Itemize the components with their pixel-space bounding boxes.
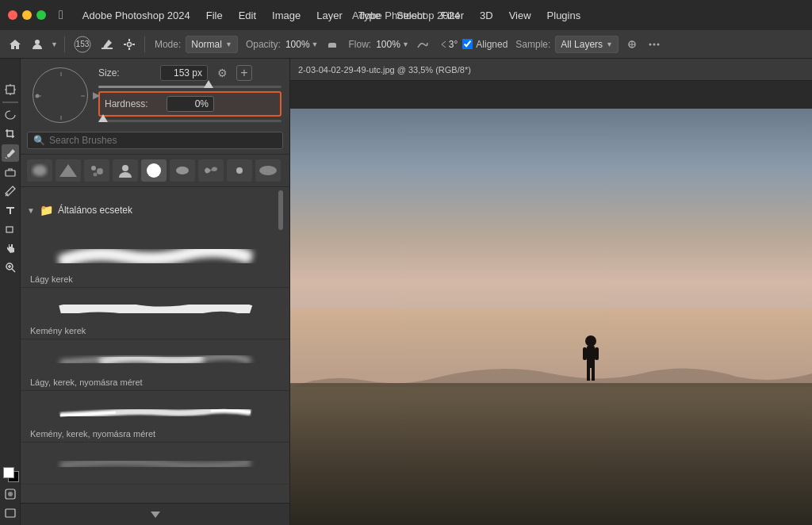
brush-size-display[interactable]: 153 [71, 36, 94, 53]
opacity-label: Opacity: [246, 39, 281, 50]
apple-icon[interactable]:  [59, 8, 63, 22]
menu-image[interactable]: Image [264, 6, 308, 25]
brush-panel-footer [21, 503, 289, 525]
brush-stroke-preview-kemeny [29, 293, 282, 324]
home-icon[interactable] [6, 36, 24, 53]
brush-type-small[interactable] [227, 159, 252, 182]
brush-panel: ▶ Size: 153 px ⚙ + [21, 59, 290, 525]
move-tool[interactable] [2, 62, 19, 79]
svg-point-42 [585, 335, 596, 347]
brush-search-area: 🔍 [21, 127, 289, 155]
aligned-checkbox[interactable]: Aligned [462, 39, 508, 50]
panel-scrollbar-thumb[interactable] [278, 190, 283, 230]
brush-type-round-filled[interactable] [141, 159, 167, 182]
edit-brush-icon[interactable] [98, 36, 116, 53]
svg-rect-4 [128, 39, 130, 41]
menu-view[interactable]: View [501, 6, 539, 25]
brush-settings-icon[interactable] [121, 36, 138, 53]
menu-edit[interactable]: Edit [231, 6, 264, 25]
brush-label-kemeny-kerek: Kemény kerek [29, 326, 282, 335]
maximize-button[interactable] [36, 10, 46, 20]
svg-point-35 [97, 168, 103, 174]
menu-layer[interactable]: Layer [308, 6, 350, 25]
svg-rect-12 [6, 86, 14, 94]
sample-current-icon[interactable] [623, 36, 641, 53]
svg-point-31 [36, 94, 40, 98]
user-dropdown-arrow[interactable]: ▼ [51, 40, 58, 48]
brush-item-kemeny-pressure[interactable]: Kemény, kerek, nyomásra méret [21, 391, 289, 443]
svg-rect-45 [592, 366, 595, 381]
artboard-tool[interactable] [2, 81, 19, 98]
hardness-slider-thumb[interactable] [98, 114, 108, 122]
menu-3d[interactable]: 3D [472, 6, 501, 25]
hardness-value-box[interactable]: 0% [167, 96, 214, 112]
menu-plugins[interactable]: Plugins [539, 6, 589, 25]
brush-item-kemeny-kerek[interactable]: Kemény kerek [21, 288, 289, 339]
brush-type-fan[interactable] [198, 159, 224, 182]
brush-item-lagy-kerek[interactable]: Lágy kerek [21, 236, 289, 288]
smoothing-icon[interactable] [414, 36, 431, 53]
svg-point-0 [35, 40, 40, 44]
svg-rect-17 [6, 171, 15, 176]
hand-tool[interactable] [2, 240, 19, 257]
user-icon[interactable] [29, 36, 46, 53]
zoom-tool[interactable] [2, 259, 19, 276]
close-button[interactable] [8, 10, 17, 20]
brush-type-oval[interactable] [255, 159, 281, 182]
svg-point-34 [91, 166, 96, 171]
brush-list: Lágy kerek Kemény kerek [21, 233, 289, 503]
text-tool[interactable] [2, 201, 19, 219]
menu-file[interactable]: File [198, 6, 231, 25]
hardness-slider[interactable] [98, 120, 282, 122]
brush-type-round-soft[interactable] [27, 159, 52, 182]
size-slider-thumb[interactable] [204, 80, 213, 88]
size-label: Size: [98, 67, 154, 79]
scroll-down-indicator[interactable] [151, 512, 160, 518]
svg-point-25 [8, 492, 13, 496]
shape-tool[interactable] [2, 220, 19, 238]
airbrush-icon[interactable] [324, 36, 341, 53]
brush-stroke-preview-extra [29, 447, 282, 479]
quick-mask-icon[interactable] [2, 485, 19, 503]
brush-item-lagy-pressure[interactable]: Lágy, kerek, nyomásra méret [21, 339, 289, 391]
left-toolbox [0, 59, 21, 525]
mode-dropdown-arrow: ▼ [225, 40, 232, 48]
brush-item-extra[interactable] [21, 443, 289, 485]
pen-tool[interactable] [2, 182, 19, 200]
add-brush-button[interactable]: + [236, 65, 252, 81]
search-input[interactable] [49, 135, 277, 146]
crop-tool[interactable] [2, 125, 19, 143]
brush-settings-gear[interactable]: ⚙ [214, 65, 230, 81]
brush-label-kemeny-pressure: Kemény, kerek, nyomásra méret [29, 429, 282, 439]
brush-type-rough[interactable] [170, 159, 195, 182]
sample-dropdown[interactable]: All Layers ▼ [555, 36, 619, 53]
tool-separator [2, 102, 18, 103]
more-icon[interactable] [645, 36, 663, 53]
aligned-check[interactable] [462, 39, 473, 49]
brush-stroke-preview-lagy-pressure [29, 344, 282, 376]
mode-dropdown[interactable]: Normal ▼ [186, 36, 238, 53]
brush-type-user[interactable] [113, 159, 138, 182]
lasso-tool[interactable] [2, 106, 19, 124]
foreground-color[interactable] [2, 466, 19, 484]
canvas-content[interactable] [290, 81, 812, 525]
size-slider[interactable] [98, 86, 282, 88]
mountains-far [290, 352, 812, 388]
brush-type-triangle[interactable] [56, 159, 81, 182]
window-controls[interactable] [8, 10, 51, 20]
mode-label: Mode: [155, 39, 181, 50]
brush-stroke-preview-lagy [29, 241, 282, 273]
canvas-tab[interactable]: 2-03-04-02-29-49-utc.jpg @ 33,5% (RGB/8*… [290, 59, 812, 81]
brush-types-row [21, 155, 289, 187]
brush-tool[interactable] [2, 144, 19, 162]
brush-category-general[interactable]: ▼ 📁 Általános ecsetek [21, 187, 289, 233]
minimize-button[interactable] [22, 10, 32, 20]
size-value-box[interactable]: 153 px [160, 65, 208, 81]
svg-point-41 [259, 166, 277, 175]
screen-mode-icon[interactable] [2, 504, 19, 522]
eraser-tool[interactable] [2, 163, 19, 181]
menu-photoshop[interactable]: Adobe Photoshop 2024 [75, 6, 198, 25]
svg-rect-43 [587, 346, 595, 368]
svg-rect-19 [6, 227, 13, 232]
brush-type-splatter[interactable] [84, 159, 109, 182]
